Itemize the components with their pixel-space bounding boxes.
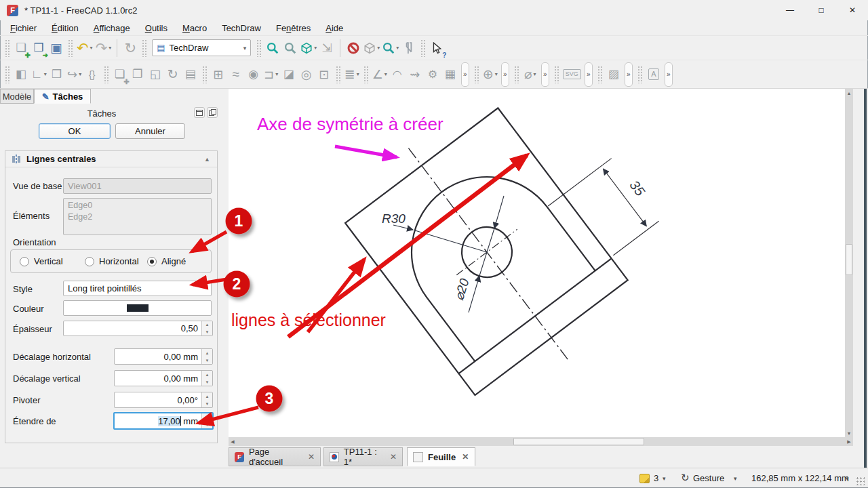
toolbar-overflow-button[interactable]: » [461, 62, 469, 87]
section-header[interactable]: Lignes centrales ▲ [5, 151, 217, 167]
save-icon[interactable]: ▣ [47, 39, 65, 58]
radio-vertical[interactable]: Vertical [20, 256, 63, 266]
offset-h-spinbox[interactable]: 0,00 mm ▲▼ [114, 348, 213, 365]
spinner-arrows[interactable]: ▲▼ [201, 413, 212, 428]
chevron-down-icon[interactable]: ▾ [663, 475, 666, 482]
close-tab-icon[interactable]: ✕ [462, 452, 469, 462]
sync-view-icon[interactable]: ⇲ [318, 39, 336, 58]
tab-home-page[interactable]: F Page d'accueil ✕ [229, 447, 321, 466]
balloon-icon[interactable]: ⊡ [315, 65, 333, 84]
undo-icon[interactable]: ↶▾ [75, 39, 94, 58]
export-icon[interactable]: ↪▾ [66, 65, 83, 84]
chevron-down-icon[interactable]: ▾ [734, 475, 737, 482]
spinner-arrows[interactable]: ▲▼ [201, 349, 212, 364]
dimension-diameter-20[interactable]: ⌀20 [452, 277, 472, 302]
caliper-icon[interactable] [400, 39, 418, 58]
arc-dimension-icon[interactable]: ◠ [389, 65, 406, 84]
redraw-page-icon[interactable]: ◱ [146, 65, 164, 84]
ok-button[interactable]: OK [39, 123, 111, 139]
svg-export-icon[interactable]: SVG [561, 65, 583, 84]
redo-icon[interactable]: ↷▾ [94, 39, 113, 58]
menu-item-edition[interactable]: Édition [44, 22, 86, 35]
diameter-dimension-icon[interactable]: ⌀▾ [521, 65, 539, 84]
close-tab-icon[interactable]: ✕ [390, 452, 397, 462]
radio-horizontal[interactable]: Horizontal [85, 256, 139, 266]
search-magnifier-icon[interactable]: ▾ [381, 39, 400, 58]
centerline-axis[interactable] [408, 148, 568, 359]
part-view[interactable]: 35 [332, 89, 701, 417]
spinner-arrows[interactable]: ▲▼ [201, 392, 212, 407]
drawing-viewport[interactable]: 35 R30 ⌀20 Axe de symétrie à créer ligne… [229, 89, 845, 437]
tab-sheet-active[interactable]: Feuille ✕ [407, 447, 475, 466]
refresh-icon[interactable]: ↻ [121, 39, 139, 58]
elements-list[interactable]: Edge0 Edge2 [63, 198, 212, 235]
toolbar-overflow-button[interactable]: » [541, 62, 549, 87]
collapse-arrow-icon[interactable]: ▲ [204, 156, 210, 163]
weight-spinbox[interactable]: 0,50 ▲▼ [63, 321, 213, 336]
scroll-right-arrow[interactable]: ▶ [845, 437, 853, 446]
notification-icon[interactable] [639, 474, 650, 483]
nav-style-label[interactable]: Gesture [693, 473, 724, 483]
toolbar-overflow-button[interactable]: » [585, 62, 593, 87]
toolbar-overflow-button[interactable]: » [665, 62, 673, 87]
angle-dimension-icon[interactable]: ∠▾ [371, 65, 389, 84]
scroll-down-arrow[interactable]: ▼ [845, 429, 853, 437]
minimize-button[interactable]: — [774, 0, 806, 20]
toolbar-overflow-button[interactable]: » [625, 62, 633, 87]
vertical-scrollbar-thumb[interactable] [846, 244, 852, 275]
menu-item-outils[interactable]: Outils [138, 22, 175, 35]
notification-count[interactable]: 3 [654, 473, 658, 483]
whats-this-icon[interactable]: ? [428, 39, 446, 58]
new-page-icon[interactable]: ❏✚ [111, 65, 129, 84]
hatch-icon[interactable]: ▨ [605, 65, 623, 84]
menu-item-techdraw[interactable]: TechDraw [214, 22, 269, 35]
float-panel-button[interactable] [207, 107, 218, 118]
active-view-icon[interactable]: ◉ [245, 65, 262, 84]
close-tab-icon[interactable]: ✕ [308, 452, 315, 462]
customize-wrench-icon[interactable]: ⚙ [424, 65, 441, 84]
annotation-icon[interactable]: A [645, 65, 663, 84]
leader-line-icon[interactable]: ⇝ [406, 65, 424, 84]
tab-tasks[interactable]: ✎Tâches [34, 89, 91, 104]
vertical-scrollbar[interactable]: ▲ ▼ [845, 89, 853, 437]
menu-item-macro[interactable]: Macro [175, 22, 214, 35]
open-file-icon[interactable]: ❒➜ [30, 39, 47, 58]
scroll-up-arrow[interactable]: ▲ [845, 89, 853, 97]
detail-view-icon[interactable]: ◎ [298, 65, 315, 84]
spreadsheet-icon[interactable]: ▦ [441, 65, 459, 84]
clip-group-icon[interactable]: ⊞ [210, 65, 227, 84]
resize-grip[interactable] [856, 476, 865, 485]
color-button[interactable] [63, 300, 212, 316]
spinner-arrows[interactable]: ▲▼ [201, 371, 212, 386]
macro-braces-icon[interactable]: {} [83, 65, 101, 84]
group-folder-icon[interactable]: ❒ [48, 65, 66, 84]
radio-aligned[interactable]: Aligné [147, 256, 186, 266]
toolbar-overflow-button[interactable]: » [501, 62, 509, 87]
section-view-icon[interactable]: ⊐▾ [262, 65, 280, 84]
dimension-r30[interactable]: R30 [382, 211, 406, 226]
menu-item-fichier[interactable]: Fichier [3, 22, 44, 35]
dimension-icon[interactable]: ≣▾ [343, 65, 361, 84]
zoom-selection-icon[interactable] [281, 39, 299, 58]
tab-document[interactable]: TP11-1 : 1* ✕ [323, 447, 403, 466]
menu-item-affichage[interactable]: Affichage [86, 22, 138, 35]
style-combobox[interactable]: Long tiret pointillés [63, 281, 212, 296]
datum-axis-icon[interactable]: ∟▾ [30, 65, 48, 84]
workbench-selector[interactable]: ▤TechDraw▾ [152, 39, 251, 56]
maximize-button[interactable]: □ [806, 0, 837, 20]
chevron-down-icon[interactable]: ▾ [846, 475, 849, 482]
zoom-fit-icon[interactable] [264, 39, 281, 58]
complex-section-icon[interactable]: ◪ [280, 65, 298, 84]
projection-group-icon[interactable]: ≈ [227, 65, 245, 84]
horizontal-scrollbar-thumb[interactable] [513, 438, 644, 445]
print-icon[interactable]: ▤ [182, 65, 199, 84]
offset-v-spinbox[interactable]: 0,00 mm ▲▼ [114, 370, 213, 386]
horizontal-scrollbar[interactable]: ◀ ▶ [229, 437, 853, 446]
centerline-icon[interactable]: ⊕▾ [481, 65, 499, 84]
cancel-button[interactable]: Annuler [115, 123, 185, 139]
menu-item-aide[interactable]: Aide [318, 22, 351, 35]
dimension-35[interactable]: 35 [627, 178, 648, 199]
rotate-spinbox[interactable]: 0,00° ▲▼ [114, 392, 213, 408]
spinner-arrows[interactable]: ▲▼ [201, 321, 212, 336]
update-views-icon[interactable]: ↻ [164, 65, 182, 84]
